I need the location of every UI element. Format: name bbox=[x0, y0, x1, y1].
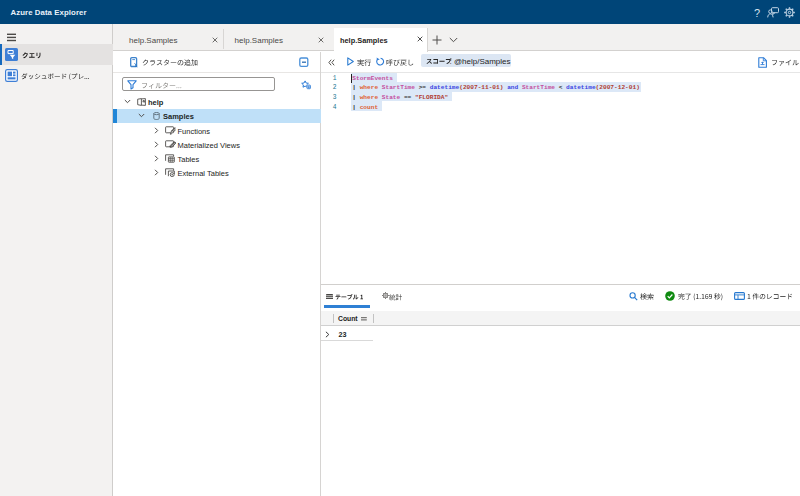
svg-text:?: ? bbox=[753, 6, 759, 18]
